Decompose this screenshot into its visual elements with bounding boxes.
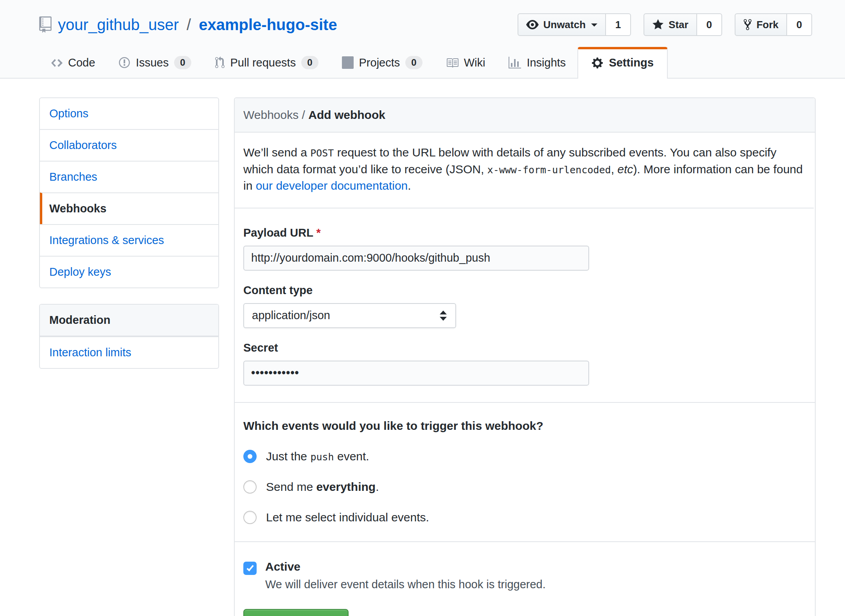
radio-option-everything[interactable]: Send me everything. — [243, 480, 806, 494]
book-icon — [446, 57, 458, 69]
tab-insights[interactable]: Insights — [497, 48, 577, 78]
tab-projects[interactable]: Projects 0 — [330, 47, 434, 78]
tab-label: Issues — [136, 56, 169, 69]
eye-icon — [526, 18, 539, 31]
content-type-label: Content type — [243, 284, 806, 297]
tab-settings[interactable]: Settings — [577, 47, 667, 79]
watchers-count[interactable]: 1 — [606, 13, 631, 36]
required-asterisk: * — [316, 226, 320, 239]
issue-opened-icon — [119, 56, 130, 69]
radio-label: Just the push event. — [266, 450, 369, 463]
unwatch-label: Unwatch — [543, 19, 586, 31]
star-button[interactable]: Star — [644, 13, 697, 36]
radio-label-text: event. — [334, 450, 369, 463]
tab-label: Settings — [609, 56, 653, 69]
payload-url-label-text: Payload URL — [243, 226, 313, 239]
star-icon — [652, 18, 664, 31]
radio-unselected-icon[interactable] — [243, 480, 257, 494]
graph-icon — [509, 57, 521, 69]
unwatch-button[interactable]: Unwatch — [518, 13, 606, 36]
breadcrumb-separator: / — [302, 108, 305, 121]
urlencoded-code: x-www-form-urlencoded — [487, 164, 611, 176]
post-code: POST — [310, 147, 334, 159]
sidebar-item-deploy-keys[interactable]: Deploy keys — [40, 256, 218, 287]
push-code: push — [310, 451, 334, 463]
secret-input[interactable] — [243, 361, 589, 386]
repo-tab-bar: Code Issues 0 Pull requests 0 Projects 0 — [0, 36, 845, 79]
settings-sidebar: Options Collaborators Branches Webhooks … — [39, 97, 219, 369]
radio-label: Let me select individual events. — [266, 511, 429, 524]
radio-label: Send me everything. — [266, 480, 379, 494]
tab-issues[interactable]: Issues 0 — [107, 47, 203, 78]
repo-owner-link[interactable]: your_github_user — [58, 16, 179, 34]
sidebar-item-options[interactable]: Options — [40, 98, 218, 129]
fork-group: Fork 0 — [735, 13, 812, 36]
checkmark-icon — [246, 564, 254, 571]
radio-label-text: Let me select individual events. — [266, 511, 429, 524]
section-divider — [235, 402, 815, 403]
code-icon — [51, 57, 63, 69]
settings-menu: Options Collaborators Branches Webhooks … — [39, 97, 219, 288]
etc-italic: etc — [617, 163, 633, 176]
star-group: Star 0 — [644, 13, 722, 36]
moderation-menu: Moderation Interaction limits — [39, 304, 219, 369]
git-pull-request-icon — [215, 56, 225, 69]
developer-docs-link[interactable]: our developer documentation — [256, 179, 408, 192]
radio-selected-icon[interactable] — [243, 450, 257, 463]
sidebar-item-collaborators[interactable]: Collaborators — [40, 129, 218, 161]
project-icon — [342, 56, 354, 69]
webhook-description: We’ll send a POST request to the URL bel… — [235, 133, 814, 208]
radio-label-text: . — [376, 480, 379, 493]
repo-icon — [39, 16, 52, 33]
repo-actions: Unwatch 1 Star 0 — [518, 13, 812, 36]
tab-code[interactable]: Code — [39, 48, 107, 78]
active-checkbox-checked[interactable] — [243, 562, 257, 575]
description-text: . — [408, 179, 411, 192]
radio-unselected-icon[interactable] — [243, 511, 257, 524]
active-note: We will deliver event details when this … — [265, 578, 546, 591]
gear-icon — [592, 57, 603, 69]
webhook-panel: Webhooks / Add webhook We’ll send a POST… — [234, 97, 816, 616]
page-header: your_github_user / example-hugo-site Unw… — [0, 0, 845, 79]
payload-url-input[interactable] — [243, 246, 589, 271]
everything-bold: everything — [316, 480, 376, 493]
fork-label: Fork — [757, 19, 778, 31]
sidebar-item-webhooks[interactable]: Webhooks — [40, 192, 218, 224]
tab-label: Projects — [359, 56, 400, 69]
active-label: Active — [265, 560, 546, 573]
active-setting: Active We will deliver event details whe… — [243, 560, 806, 591]
projects-counter: 0 — [405, 56, 422, 69]
breadcrumb: Webhooks / Add webhook — [235, 98, 815, 133]
events-question: Which events would you like to trigger t… — [243, 419, 806, 433]
content-type-value: application/json — [252, 309, 330, 322]
forks-count[interactable]: 0 — [787, 13, 812, 36]
breadcrumb-webhooks-link[interactable]: Webhooks — [243, 108, 298, 121]
tab-label: Insights — [527, 56, 566, 69]
tab-label: Code — [68, 56, 95, 69]
repo-separator: / — [185, 16, 192, 34]
fork-button[interactable]: Fork — [735, 13, 787, 36]
watch-group: Unwatch 1 — [518, 13, 631, 36]
sidebar-item-interaction-limits[interactable]: Interaction limits — [40, 336, 218, 368]
issues-counter: 0 — [174, 56, 191, 69]
content-type-select[interactable]: application/json — [243, 303, 456, 328]
moderation-header: Moderation — [40, 305, 218, 336]
add-webhook-button[interactable]: Add webhook — [243, 609, 349, 616]
sidebar-item-integrations[interactable]: Integrations & services — [40, 224, 218, 256]
sidebar-item-branches[interactable]: Branches — [40, 161, 218, 192]
description-text: , — [611, 163, 618, 176]
tab-pull-requests[interactable]: Pull requests 0 — [203, 47, 330, 78]
repo-name-link[interactable]: example-hugo-site — [199, 16, 337, 34]
tab-label: Wiki — [464, 56, 485, 69]
payload-url-label: Payload URL * — [243, 226, 806, 239]
stars-count[interactable]: 0 — [697, 13, 722, 36]
page-title: Add webhook — [308, 108, 385, 121]
section-divider — [235, 541, 815, 542]
pull-requests-counter: 0 — [301, 56, 318, 69]
select-caret-icon — [439, 310, 448, 321]
caret-down-icon — [591, 23, 597, 30]
tab-wiki[interactable]: Wiki — [434, 48, 497, 78]
radio-label-text: Send me — [266, 480, 316, 493]
radio-option-individual-events[interactable]: Let me select individual events. — [243, 511, 806, 524]
radio-option-push-event[interactable]: Just the push event. — [243, 450, 806, 463]
